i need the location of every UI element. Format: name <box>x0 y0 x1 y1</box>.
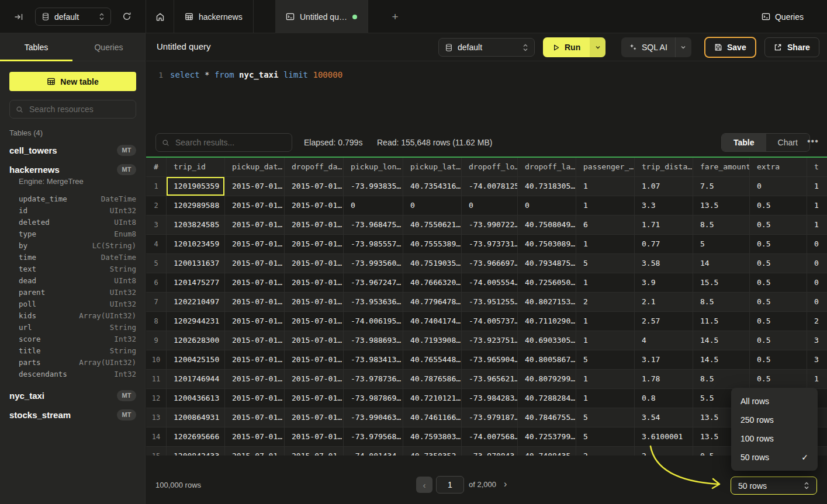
row-number[interactable]: 4 <box>146 235 167 254</box>
sidebar-item-hackernews[interactable]: hackernews MT <box>0 162 146 176</box>
table-cell[interactable]: 2 <box>635 447 693 456</box>
table-cell[interactable]: 2015-07-01… <box>285 331 344 350</box>
table-cell[interactable]: 0.5 <box>750 235 807 254</box>
column-header[interactable]: dropoff_la… <box>518 158 576 177</box>
table-cell[interactable]: 0.5 <box>750 196 807 215</box>
table-cell[interactable]: 15.5 <box>693 273 750 293</box>
table-cell[interactable]: 2015-07-01… <box>225 389 285 408</box>
column-header[interactable]: extra <box>750 158 807 177</box>
table-cell[interactable]: 40.7350352… <box>403 447 462 456</box>
table-cell[interactable]: 2015-07-01… <box>285 427 344 447</box>
results-search[interactable] <box>155 133 292 152</box>
table-cell[interactable]: 0.5 <box>750 273 807 293</box>
table-cell[interactable]: 1 <box>576 389 635 408</box>
table-cell[interactable]: 5 <box>576 427 635 447</box>
table-cell[interactable]: 1202210497 <box>167 293 225 312</box>
table-cell[interactable]: 40.7288284… <box>518 389 576 408</box>
table-cell[interactable]: 1200131637 <box>167 254 225 273</box>
table-cell[interactable]: 13.5 <box>693 196 750 215</box>
previous-page-button[interactable]: ‹ <box>416 477 432 493</box>
table-cell[interactable]: 40.7253799… <box>518 427 576 447</box>
table-cell[interactable]: 3.9 <box>635 273 693 293</box>
table-cell[interactable]: 40.7934875… <box>518 254 576 273</box>
table-cell[interactable]: 0 <box>462 196 518 215</box>
table-cell[interactable]: 8.5 <box>693 370 750 389</box>
table-cell[interactable]: 5 <box>693 235 750 254</box>
table-cell[interactable]: 8.5 <box>693 215 750 235</box>
table-cell[interactable]: 1 <box>576 196 635 215</box>
table-cell[interactable]: -73.985557… <box>344 235 403 254</box>
table-cell[interactable]: 2015-07-01… <box>225 370 285 389</box>
table-cell[interactable]: 1202989588 <box>167 196 225 215</box>
sidebar-item-cell-towers[interactable]: cell_towers MT <box>0 143 146 157</box>
table-cell[interactable]: 40.7508049… <box>518 215 576 235</box>
view-toggle-table[interactable]: Table <box>722 134 766 151</box>
table-cell[interactable]: 5 <box>576 408 635 427</box>
table-cell[interactable]: 2015-07-01… <box>285 312 344 331</box>
page-number-input[interactable] <box>436 476 464 493</box>
table-cell[interactable]: 1201475277 <box>167 273 225 293</box>
table-cell[interactable]: 14 <box>693 254 750 273</box>
sql-ai-options-button[interactable] <box>676 37 691 57</box>
table-cell[interactable]: 1201905359 <box>167 177 225 196</box>
table-cell[interactable]: -73.967247… <box>344 273 403 293</box>
sidebar-tab-tables[interactable]: Tables <box>0 33 72 61</box>
table-cell[interactable]: -73.923751… <box>462 331 518 350</box>
table-cell[interactable]: -73.953636… <box>344 293 403 312</box>
table-cell[interactable]: 1203824585 <box>167 215 225 235</box>
table-cell[interactable]: 40.6903305… <box>518 331 576 350</box>
table-cell[interactable]: 1 <box>807 215 827 235</box>
table-cell[interactable]: 3.58 <box>635 254 693 273</box>
table-cell[interactable]: -73.979187… <box>462 408 518 427</box>
row-number[interactable]: 2 <box>146 196 167 215</box>
table-cell[interactable]: 0.8 <box>635 389 693 408</box>
table-cell[interactable]: 2015-07-01… <box>285 293 344 312</box>
resource-search-input[interactable] <box>28 104 130 114</box>
table-cell[interactable]: 2015-07-01… <box>285 235 344 254</box>
table-cell[interactable]: 3 <box>807 350 827 370</box>
table-cell[interactable]: -73.990722… <box>462 215 518 235</box>
table-cell[interactable]: 40.8005867… <box>518 350 576 370</box>
table-cell[interactable]: 2015-07-01… <box>225 196 285 215</box>
table-cell[interactable]: -73.968475… <box>344 215 403 235</box>
row-number[interactable]: 8 <box>146 312 167 331</box>
sql-editor[interactable]: 1 select * from nyc_taxi limit 100000 <box>146 62 827 131</box>
table-cell[interactable]: 40.7354316… <box>403 177 462 196</box>
table-cell[interactable]: 3.17 <box>635 350 693 370</box>
column-header[interactable]: trip_dista… <box>635 158 693 177</box>
table-cell[interactable]: 2015-07-01… <box>285 254 344 273</box>
table-cell[interactable]: 2015-07-01… <box>285 370 344 389</box>
table-cell[interactable]: 1 <box>576 177 635 196</box>
save-button[interactable]: Save <box>704 37 756 58</box>
row-number[interactable]: 14 <box>146 427 167 447</box>
menu-item-100-rows[interactable]: 100 rows <box>731 429 818 448</box>
table-cell[interactable]: -74.007568… <box>462 427 518 447</box>
table-cell[interactable]: 2015-07-01… <box>225 273 285 293</box>
table-cell[interactable]: 1.78 <box>635 370 693 389</box>
table-cell[interactable]: 2015-07-01… <box>225 427 285 447</box>
next-page-button[interactable]: › <box>504 479 507 489</box>
table-cell[interactable]: -73.978736… <box>344 370 403 389</box>
row-number[interactable]: 12 <box>146 389 167 408</box>
table-cell[interactable]: 2015-07-01… <box>225 215 285 235</box>
table-cell[interactable]: 1200864931 <box>167 408 225 427</box>
table-cell[interactable]: 11.5 <box>693 312 750 331</box>
table-cell[interactable]: 0 <box>344 196 403 215</box>
table-cell[interactable]: 3.54 <box>635 408 693 427</box>
table-cell[interactable]: 2015-07-01… <box>225 447 285 456</box>
table-cell[interactable]: 40.7555389… <box>403 235 462 254</box>
table-cell[interactable]: 40.7193908… <box>403 331 462 350</box>
row-number[interactable]: 13 <box>146 408 167 427</box>
menu-item-250-rows[interactable]: 250 rows <box>731 411 818 429</box>
table-cell[interactable]: 1 <box>576 331 635 350</box>
table-cell[interactable]: 1 <box>576 235 635 254</box>
query-database-selector[interactable]: default <box>438 38 535 57</box>
table-cell[interactable]: 40.8079299… <box>518 370 576 389</box>
table-cell[interactable]: 2 <box>807 312 827 331</box>
menu-item-all-rows[interactable]: All rows <box>731 392 818 411</box>
table-cell[interactable]: 40.7519035… <box>403 254 462 273</box>
table-cell[interactable]: 7.5 <box>693 177 750 196</box>
table-cell[interactable]: 40.7550621… <box>403 215 462 235</box>
table-cell[interactable]: 3 <box>807 331 827 350</box>
results-search-input[interactable] <box>174 137 286 148</box>
